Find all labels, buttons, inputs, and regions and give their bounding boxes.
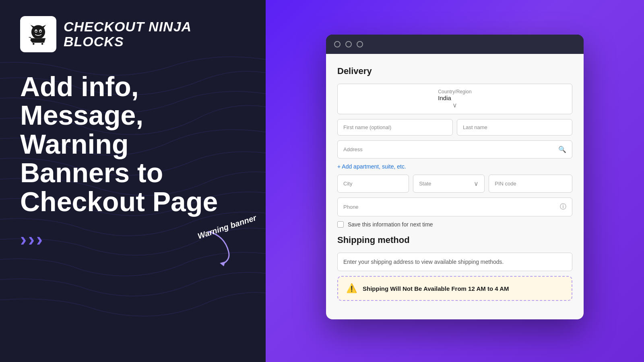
help-icon: ⓘ [560,203,566,211]
arrow-icon-2: › [28,228,35,250]
address-field-group[interactable]: Address 🔍 [337,140,572,158]
checkout-panel: Delivery Country/Region India ∨ First na… [326,54,584,319]
svg-marker-8 [220,261,225,266]
warning-triangle-icon: ⚠️ [346,283,357,294]
first-name-placeholder: First name (optional) [343,124,391,130]
last-name-field[interactable]: Last name [457,119,572,136]
shipping-description: Enter your shipping address to view avai… [337,253,572,271]
country-region-label: Country/Region [438,89,471,95]
save-info-checkbox[interactable] [337,221,344,228]
browser-dot-green [357,41,363,47]
country-value: India [438,95,471,101]
svg-point-6 [33,43,35,45]
add-apartment-link[interactable]: + Add apartment, suite, etc. [337,163,572,170]
state-field[interactable]: State ∨ [413,175,485,193]
browser-mockup: Delivery Country/Region India ∨ First na… [326,35,584,319]
right-panel: Delivery Country/Region India ∨ First na… [266,0,644,362]
address-placeholder: Address [343,146,363,152]
browser-titlebar [326,35,584,54]
search-icon: 🔍 [558,146,566,153]
city-placeholder: City [343,181,352,187]
headline: Add info, Message, Warning Banners to Ch… [20,72,246,216]
phone-placeholder: Phone [343,204,359,210]
logo-area: CHECKOUT NINJA BLOCKS [20,16,246,52]
warning-banner: ⚠️ Shipping Will Not Be Available From 1… [337,276,572,301]
warning-label-area: Warning banner [196,222,258,269]
pin-placeholder: PIN code [495,181,516,187]
logo-title-line2: BLOCKS [64,34,124,49]
city-state-pin-row: City State ∨ PIN code [337,175,572,193]
svg-point-5 [40,31,41,32]
logo-title-line1: CHECKOUT NINJA [64,19,192,34]
save-info-row[interactable]: Save this information for next time [337,221,572,228]
shipping-method-title: Shipping method [337,235,572,245]
delivery-title: Delivery [337,66,572,76]
arrow-icon-1: › [20,228,27,250]
city-field[interactable]: City [337,175,409,193]
country-label: Country/Region India [438,89,471,101]
pin-field[interactable]: PIN code [489,175,572,193]
last-name-placeholder: Last name [463,124,487,130]
country-field-group[interactable]: Country/Region India ∨ [337,84,572,114]
browser-dot-yellow [345,41,352,47]
logo-title: CHECKOUT NINJA BLOCKS [64,19,192,49]
name-row: First name (optional) Last name [337,119,572,136]
state-chevron-icon: ∨ [474,180,479,187]
shipping-method-section: Shipping method Enter your shipping addr… [337,235,572,301]
warning-banner-text: Shipping Will Not Be Available From 12 A… [363,285,509,292]
save-info-label: Save this information for next time [348,221,433,228]
arrow-icon-3: › [36,228,43,250]
logo-box [20,16,56,52]
chevron-down-icon: ∨ [452,101,457,109]
phone-field-group[interactable]: Phone ⓘ [337,197,572,216]
svg-point-4 [35,31,37,32]
left-content: CHECKOUT NINJA BLOCKS Add info, Message,… [20,16,246,250]
browser-dot-red [334,41,341,47]
ninja-logo-icon [24,20,52,48]
svg-point-7 [41,43,43,45]
state-placeholder: State [419,181,431,187]
left-panel: CHECKOUT NINJA BLOCKS Add info, Message,… [0,0,266,362]
first-name-field[interactable]: First name (optional) [337,119,453,136]
